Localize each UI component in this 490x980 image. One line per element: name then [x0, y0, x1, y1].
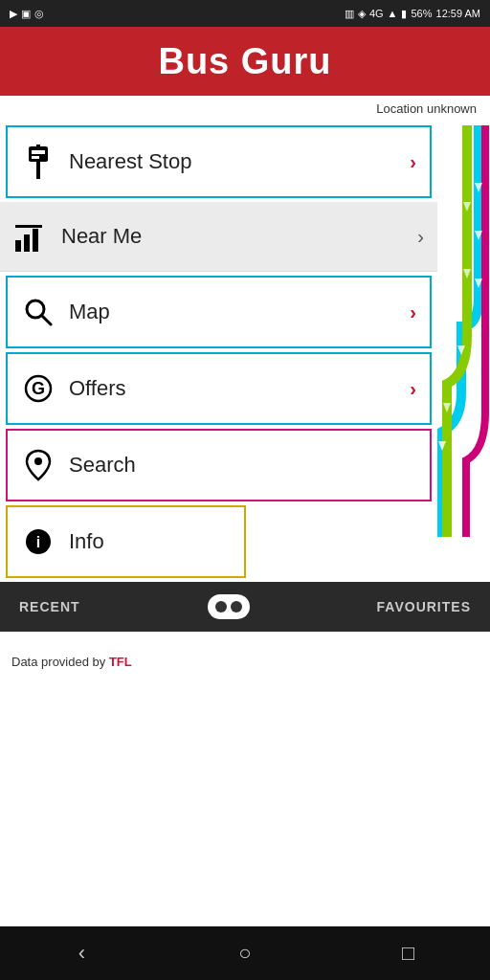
signal-icon: ▲: [388, 8, 398, 19]
menu-list: Nearest Stop › Near Me ›: [0, 125, 437, 578]
svg-rect-5: [24, 234, 30, 252]
near-me-chevron: ›: [417, 226, 424, 248]
svg-rect-2: [32, 150, 45, 154]
battery-label: 56%: [411, 8, 432, 19]
svg-marker-18: [457, 345, 465, 355]
svg-marker-21: [463, 269, 471, 278]
nearest-stop-label: Nearest Stop: [69, 149, 410, 174]
status-left: ▶ ▣ ◎: [10, 8, 44, 20]
app-header: Bus Guru: [0, 27, 490, 96]
system-nav-bar: ‹ ○ □: [0, 926, 490, 980]
svg-marker-15: [475, 183, 482, 192]
nearest-stop-chevron: ›: [410, 151, 416, 173]
info-label: Info: [69, 529, 231, 554]
shield-icon: ◎: [34, 8, 44, 20]
search-label: Search: [69, 453, 416, 478]
offers-icon: G: [21, 371, 56, 406]
battery-icon: ▮: [401, 8, 407, 20]
nav-icon: ▶: [10, 8, 17, 20]
svg-point-12: [34, 457, 42, 465]
menu-item-map[interactable]: Map ›: [6, 276, 432, 348]
map-chevron: ›: [410, 301, 416, 323]
route-lines-decoration: [433, 125, 490, 537]
svg-marker-22: [443, 403, 451, 412]
favourites-tab[interactable]: FAVOURITES: [377, 599, 471, 614]
time-label: 12:59 AM: [436, 8, 480, 19]
offers-label: Offers: [69, 376, 410, 401]
main-content: Nearest Stop › Near Me ›: [0, 125, 490, 578]
info-icon: i: [21, 524, 56, 559]
near-me-icon: [13, 219, 48, 254]
svg-rect-7: [15, 225, 42, 228]
wifi-icon: ◈: [358, 8, 366, 20]
svg-rect-3: [32, 156, 39, 159]
bus-stop-icon: [21, 145, 56, 179]
near-me-label: Near Me: [61, 224, 417, 249]
back-button[interactable]: ‹: [57, 941, 105, 966]
menu-item-offers[interactable]: G Offers ›: [6, 352, 432, 425]
svg-marker-17: [475, 278, 482, 288]
recents-button[interactable]: □: [385, 941, 433, 966]
svg-marker-16: [475, 231, 482, 240]
location-text: Location unknown: [376, 101, 477, 116]
svg-text:i: i: [36, 534, 40, 550]
recent-tab[interactable]: RECENT: [19, 599, 80, 614]
menu-item-info[interactable]: i Info: [6, 505, 246, 578]
status-bar: ▶ ▣ ◎ ▥ ◈ 4G ▲ ▮ 56% 12:59 AM: [0, 0, 490, 27]
map-search-icon: [21, 295, 56, 329]
image-icon: ▣: [21, 8, 31, 20]
bottom-navigation: RECENT FAVOURITES: [0, 582, 490, 632]
offers-chevron: ›: [410, 378, 416, 400]
app-title: Bus Guru: [158, 41, 331, 82]
logo-eye-right: [231, 601, 242, 612]
bus-guru-logo[interactable]: [208, 594, 250, 619]
network-label: 4G: [369, 8, 384, 19]
location-bar: Location unknown: [0, 96, 490, 122]
footer-prefix: Data provided by: [11, 655, 109, 669]
logo-eye-left: [215, 601, 227, 612]
vibrate-icon: ▥: [345, 8, 354, 20]
menu-and-lines: Nearest Stop › Near Me ›: [0, 125, 490, 578]
logo-eyes: [215, 601, 242, 612]
svg-rect-4: [15, 240, 21, 252]
status-right: ▥ ◈ 4G ▲ ▮ 56% 12:59 AM: [345, 8, 480, 20]
svg-marker-20: [463, 202, 471, 212]
menu-item-search[interactable]: Search: [6, 429, 432, 501]
svg-line-9: [42, 316, 51, 324]
footer: Data provided by TFL: [0, 632, 490, 680]
footer-brand: TFL: [109, 655, 132, 669]
home-button[interactable]: ○: [221, 941, 269, 966]
search-pin-icon: [21, 448, 56, 482]
svg-marker-19: [438, 441, 446, 451]
menu-item-near-me[interactable]: Near Me ›: [0, 202, 437, 272]
menu-item-nearest-stop[interactable]: Nearest Stop ›: [6, 125, 432, 198]
svg-rect-6: [33, 229, 38, 252]
svg-text:G: G: [32, 379, 45, 398]
map-label: Map: [69, 300, 410, 324]
